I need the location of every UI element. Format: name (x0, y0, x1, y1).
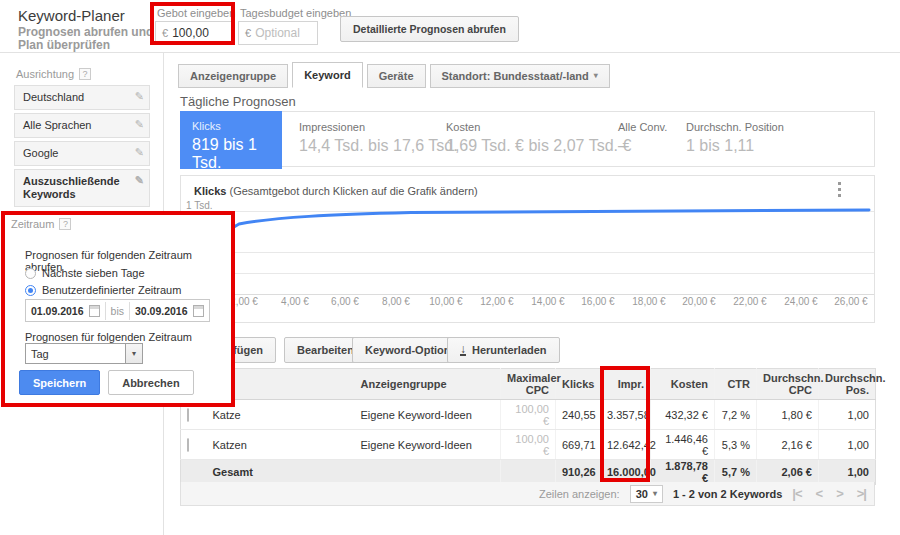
calendar-icon[interactable] (193, 305, 204, 317)
row-checkbox[interactable] (187, 408, 189, 422)
header-avg-pos[interactable]: Durchschn. Pos. (819, 369, 876, 400)
last-page-icon[interactable]: >| (857, 486, 866, 501)
bid-input-box[interactable]: € (155, 21, 234, 45)
cell-keyword: Katzen (207, 430, 355, 460)
header-ctr[interactable]: CTR (715, 369, 757, 400)
cell-impr: 3.357,58 (601, 400, 651, 430)
next-page-icon[interactable]: > (836, 486, 843, 501)
euro-sign: € (245, 27, 251, 39)
tab-keyword[interactable]: Keyword (292, 62, 362, 88)
cancel-button[interactable]: Abbrechen (108, 370, 193, 395)
metric-alle-conv[interactable]: Alle Conv. – (618, 112, 667, 166)
daily-forecast-heading: Tägliche Prognosen (180, 94, 296, 109)
cell-avg-pos: 1,00 (819, 400, 876, 430)
date-range-panel: Zeitraum ? Prognosen für folgenden Zeitr… (1, 211, 235, 407)
table-row: Katzen Eigene Keyword-Ideen 100,00 € 669… (181, 430, 876, 460)
sidebar-item-language[interactable]: Alle Sprachen ✎ (14, 113, 150, 138)
bid-input[interactable] (172, 26, 227, 40)
cell-kosten: 432,32 € (651, 400, 715, 430)
table-row: Katze Eigene Keyword-Ideen 100,00 € 240,… (181, 400, 876, 430)
keyword-planner-page: Keyword-Planer Prognosen abrufen und Pla… (0, 0, 900, 535)
x-tick: 16,00 € (576, 296, 620, 307)
x-tick: 26,00 € (829, 296, 873, 307)
date-separator: bis (105, 302, 130, 320)
budget-input-box[interactable]: € (238, 21, 318, 45)
help-icon[interactable]: ? (59, 218, 71, 230)
budget-input[interactable] (255, 26, 311, 40)
metric-impressionen[interactable]: Impressionen 14,4 Tsd. bis 17,6 Tsd. (299, 112, 458, 166)
sidebar-item-network[interactable]: Google ✎ (14, 141, 150, 166)
budget-label: Tagesbudget eingeben (240, 7, 351, 19)
cell-adgroup: Eigene Keyword-Ideen (355, 400, 501, 430)
chevron-down-icon: ▾ (653, 489, 657, 498)
tab-devices[interactable]: Geräte (367, 64, 426, 88)
x-tick: 12,00 € (475, 296, 519, 307)
cell-max-cpc: 100,00 € (501, 400, 556, 430)
page-subtitle: Prognosen abrufen und Plan überprüfen (18, 26, 160, 52)
topbar-divider (0, 52, 900, 53)
rows-per-page-label: Zeilen anzeigen: (539, 488, 620, 500)
cell-avg-cpc: 1,80 € (757, 400, 819, 430)
download-button[interactable]: ↓ Herunterladen (447, 337, 560, 363)
cell-adgroup: Eigene Keyword-Ideen (355, 430, 501, 460)
rows-per-page-select[interactable]: 30 ▾ (630, 485, 663, 503)
header-avg-cpc[interactable]: Durchschn. CPC (757, 369, 819, 400)
header-klicks[interactable]: Klicks (556, 369, 601, 400)
cell-avg-cpc: 2,16 € (757, 430, 819, 460)
prev-page-icon[interactable]: < (816, 486, 823, 501)
segment-tabs: Anzeigengruppe Keyword Geräte Standort: … (178, 62, 610, 88)
header-impr[interactable]: Impr. (601, 369, 651, 400)
header-adgroup[interactable]: Anzeigengruppe (355, 369, 501, 400)
x-tick: 4,00 € (273, 296, 317, 307)
sidebar-item-location[interactable]: Deutschland ✎ (14, 85, 150, 110)
row-checkbox[interactable] (187, 438, 189, 452)
cell-ctr: 7,2 % (715, 400, 757, 430)
header-kosten[interactable]: Kosten (651, 369, 715, 400)
download-icon: ↓ (460, 344, 466, 356)
header-max-cpc[interactable]: Maximaler CPC (501, 369, 556, 400)
date-range-inputs: 01.09.2016 bis 30.09.2016 (25, 299, 210, 322)
pencil-icon[interactable]: ✎ (135, 146, 144, 159)
forecast-metrics-card: Klicks 819 bis 1 Tsd. Impressionen 14,4 … (180, 111, 875, 167)
page-title: Keyword-Planer (18, 7, 125, 24)
granularity-select[interactable]: Tag ▾ (25, 343, 143, 364)
cell-ctr: 5,3 % (715, 430, 757, 460)
sidebar-item-negative-keywords[interactable]: Auszuschließende Keywords ✎ (14, 169, 150, 207)
radio-next-seven-days[interactable]: Nächste sieben Tage (25, 267, 145, 279)
x-tick: 14,00 € (526, 296, 570, 307)
cell-max-cpc: 100,00 € (501, 430, 556, 460)
pencil-icon[interactable]: ✎ (135, 174, 144, 187)
table-total-row: Gesamt 910,26 16.000,00 1.878,78 € 5,7 %… (181, 460, 876, 485)
save-button[interactable]: Speichern (19, 370, 100, 395)
x-tick: 8,00 € (374, 296, 418, 307)
x-tick: 10,00 € (424, 296, 468, 307)
table-pagination: Zeilen anzeigen: 30 ▾ 1 - 2 von 2 Keywor… (180, 482, 875, 506)
date-to-field[interactable]: 30.09.2016 (135, 305, 188, 317)
detailed-forecast-button[interactable]: Detaillierte Prognosen abrufen (340, 16, 519, 42)
table-header-row: Anzeigengruppe Maximaler CPC Klicks Impr… (181, 369, 876, 400)
radio-custom-range[interactable]: Benutzerdefinierter Zeitraum (25, 284, 181, 296)
metric-klicks[interactable]: Klicks 819 bis 1 Tsd. (180, 111, 282, 169)
euro-sign: € (162, 27, 168, 39)
pencil-icon[interactable]: ✎ (135, 118, 144, 131)
metric-kosten[interactable]: Kosten 1,69 Tsd. € bis 2,07 Tsd. € (446, 112, 631, 166)
tab-location[interactable]: Standort: Bundesstaat/-land ▾ (430, 64, 610, 88)
radio-checked-icon[interactable] (25, 285, 36, 296)
total-kosten: 1.878,78 € (651, 460, 715, 485)
calendar-icon[interactable] (89, 305, 100, 317)
forecast-table: Anzeigengruppe Maximaler CPC Klicks Impr… (180, 368, 876, 485)
help-icon[interactable]: ? (79, 68, 91, 80)
date-from-field[interactable]: 01.09.2016 (31, 305, 84, 317)
total-avg-cpc: 2,06 € (757, 460, 819, 485)
pencil-icon[interactable]: ✎ (135, 90, 144, 103)
metric-durchschn-position[interactable]: Durchschn. Position 1 bis 1,11 (686, 112, 784, 166)
total-label: Gesamt (207, 460, 355, 485)
cell-avg-pos: 1,00 (819, 430, 876, 460)
first-page-icon[interactable]: |< (792, 486, 801, 501)
radio-icon[interactable] (25, 268, 36, 279)
x-tick: 6,00 € (323, 296, 367, 307)
dropdown-arrow-icon[interactable]: ▾ (125, 344, 142, 363)
total-ctr: 5,7 % (715, 460, 757, 485)
date-range-title: Zeitraum ? (11, 218, 71, 230)
tab-adgroup[interactable]: Anzeigengruppe (178, 64, 288, 88)
